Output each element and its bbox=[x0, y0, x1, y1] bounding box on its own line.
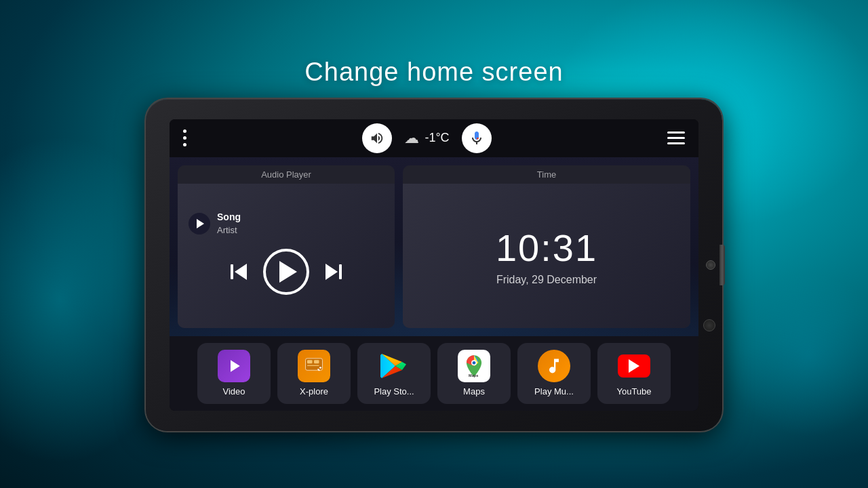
song-artist: Artist bbox=[217, 224, 241, 237]
app-playstore[interactable]: Play Sto... bbox=[357, 343, 431, 404]
svg-text:Maps: Maps bbox=[469, 373, 478, 378]
play-pause-button[interactable] bbox=[263, 249, 309, 295]
playstore-label: Play Sto... bbox=[374, 386, 414, 396]
skip-triangle-right bbox=[326, 264, 338, 280]
speaker-icon bbox=[370, 131, 384, 146]
youtube-play-icon bbox=[629, 359, 639, 373]
speaker-grille bbox=[703, 319, 715, 331]
mini-play-button[interactable] bbox=[189, 213, 210, 235]
song-title: Song bbox=[217, 211, 241, 224]
maps-icon: Maps bbox=[458, 350, 490, 382]
page-title: Change home screen bbox=[304, 58, 563, 87]
youtube-bg bbox=[618, 354, 650, 378]
time-widget-header: Time bbox=[403, 165, 690, 184]
menu-line-1 bbox=[667, 131, 685, 134]
menu-line-2 bbox=[667, 137, 685, 139]
svg-rect-4 bbox=[307, 365, 319, 366]
mini-play-icon bbox=[197, 219, 204, 228]
app-video[interactable]: Video bbox=[197, 343, 271, 404]
widgets-area: Audio Player Song Artist bbox=[170, 157, 698, 336]
time-display: 10:31 bbox=[496, 226, 597, 270]
side-button bbox=[719, 245, 725, 285]
svg-rect-2 bbox=[307, 360, 313, 363]
dot-3 bbox=[183, 143, 186, 146]
playmusic-bg bbox=[538, 350, 570, 382]
youtube-icon bbox=[618, 350, 650, 382]
next-button[interactable] bbox=[326, 264, 342, 280]
microphone-icon bbox=[469, 130, 485, 146]
top-bar: ☁ -1°C bbox=[170, 119, 698, 157]
audio-player-header: Audio Player bbox=[178, 165, 395, 184]
mic-button[interactable] bbox=[462, 123, 492, 153]
player-controls bbox=[231, 243, 342, 300]
main-content: Audio Player Song Artist bbox=[170, 157, 698, 336]
audio-widget-body: Song Artist bbox=[178, 184, 395, 328]
skip-bar-right bbox=[339, 264, 342, 279]
maps-svg: Maps bbox=[461, 353, 487, 379]
apps-row: Video X-plore bbox=[170, 336, 698, 411]
skip-prev-icon bbox=[231, 264, 247, 280]
date-display: Friday, 29 December bbox=[496, 274, 597, 286]
time-widget: Time 10:31 Friday, 29 December bbox=[403, 165, 690, 328]
dot-1 bbox=[183, 129, 186, 133]
xplore-icon bbox=[298, 350, 330, 382]
play-icon bbox=[279, 261, 297, 283]
app-xplore[interactable]: X-plore bbox=[277, 343, 351, 404]
youtube-label: YouTube bbox=[616, 386, 651, 396]
temperature-display: -1°C bbox=[425, 131, 449, 145]
menu-line-3 bbox=[667, 142, 685, 144]
video-play-icon bbox=[224, 356, 244, 376]
playmusic-icon bbox=[538, 350, 570, 382]
time-widget-body: 10:31 Friday, 29 December bbox=[403, 184, 690, 328]
skip-bar-left bbox=[231, 264, 233, 279]
maps-label: Maps bbox=[463, 386, 485, 396]
skip-next-icon bbox=[326, 264, 342, 280]
app-youtube[interactable]: YouTube bbox=[597, 343, 671, 404]
previous-button[interactable] bbox=[231, 264, 247, 280]
device: ☁ -1°C bbox=[146, 99, 722, 431]
video-label: Video bbox=[222, 386, 245, 396]
screen: ☁ -1°C bbox=[170, 119, 698, 411]
playstore-icon bbox=[378, 350, 410, 382]
speaker-button[interactable] bbox=[362, 123, 392, 153]
weather-display: ☁ -1°C bbox=[404, 129, 449, 147]
xplore-wrench-icon bbox=[304, 356, 324, 376]
app-playmusic[interactable]: Play Mu... bbox=[517, 343, 591, 404]
hamburger-menu-button[interactable] bbox=[667, 131, 685, 144]
cloud-icon: ☁ bbox=[404, 129, 419, 147]
app-maps[interactable]: Maps Maps bbox=[437, 343, 511, 404]
playmusic-note-icon bbox=[545, 357, 564, 375]
camera-dot bbox=[706, 260, 715, 270]
song-text: Song Artist bbox=[217, 211, 241, 237]
dots-menu-button[interactable] bbox=[183, 129, 186, 146]
video-icon bbox=[218, 350, 250, 382]
top-bar-left bbox=[183, 129, 186, 146]
svg-point-6 bbox=[473, 361, 476, 365]
dot-2 bbox=[183, 136, 186, 140]
playmusic-label: Play Mu... bbox=[534, 386, 574, 396]
audio-player-widget: Audio Player Song Artist bbox=[178, 165, 395, 328]
skip-triangle-left bbox=[235, 264, 247, 280]
svg-rect-3 bbox=[314, 360, 319, 363]
xplore-label: X-plore bbox=[300, 386, 328, 396]
top-bar-center: ☁ -1°C bbox=[362, 123, 491, 153]
playstore-svg bbox=[378, 350, 410, 382]
song-info: Song Artist bbox=[189, 211, 241, 237]
